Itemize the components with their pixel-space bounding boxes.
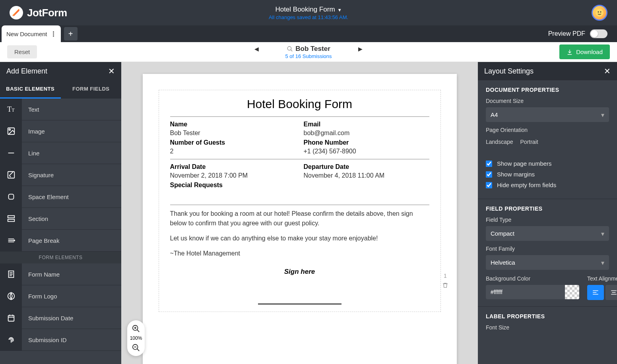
font-family-label: Font Family [486,246,609,252]
submissions-count: 5 of 16 Submissions [285,53,332,59]
bg-color-input[interactable] [486,285,565,299]
svg-point-0 [596,9,603,17]
bg-color-swatch[interactable] [565,285,579,299]
left-panel-header: Add Element ✕ [0,62,121,80]
field-properties-heading: FIELD PROPERTIES [486,205,609,212]
element-list: TT Text Image Line Signature Space [0,99,121,364]
field-value-departure: November 4, 2018 11:00 AM [304,172,429,179]
align-left-button[interactable] [587,285,604,300]
bg-color-label: Background Color [486,275,579,282]
zoom-out-button[interactable] [132,343,140,352]
field-value-email: bob@gmail.com [304,130,429,137]
element-label: Submission ID [22,337,67,343]
avatar[interactable] [592,5,607,21]
logo: JotForm [10,6,67,19]
form-logo-icon [0,285,22,307]
element-section[interactable]: Section [0,208,121,230]
element-submission-date[interactable]: Submission Date [0,307,121,329]
field-type-label: Field Type [486,217,609,223]
body-paragraph: Let us know if we can do anything else t… [170,234,429,243]
element-form-name[interactable]: Form Name [0,263,121,285]
svg-point-2 [600,12,601,13]
element-label: Space Element [22,194,69,200]
element-line[interactable]: Line [0,142,121,164]
label-properties-heading: LABEL PROPERTIES [486,313,609,319]
element-label: Page Break [22,237,59,244]
add-tab-button[interactable]: + [64,27,78,41]
field-value-arrival: November 2, 2018 7:00 PM [170,172,296,179]
document-tab-label: New Document [6,31,47,37]
field-type-select[interactable]: Compact [486,226,609,241]
field-label-special: Special Requests [170,182,296,189]
svg-rect-20 [8,316,14,321]
trash-icon[interactable] [442,282,448,288]
font-size-label: Font Size [486,324,609,331]
element-space[interactable]: Space Element [0,186,121,208]
page-number: 1 [444,273,447,279]
orientation-portrait[interactable]: Portrait [520,139,538,145]
form-title-dropdown[interactable]: Hotel Booking Form ▼ [269,6,348,14]
left-panel-title: Add Element [6,67,47,76]
search-icon [287,46,293,52]
next-submission-button[interactable]: ▶ [358,46,363,52]
close-right-panel-button[interactable]: ✕ [604,66,611,76]
zoom-level: 100% [130,335,142,341]
submission-selector[interactable]: Bob Tester [287,45,330,53]
download-button[interactable]: Download [559,45,610,59]
document-tab[interactable]: New Document [2,25,61,42]
element-signature[interactable]: Signature [0,164,121,186]
document-size-label: Document Size [486,98,609,104]
document-title[interactable]: Hotel Booking Form [170,97,429,111]
zoom-control: 100% [127,320,145,356]
element-form-logo[interactable]: Form Logo [0,285,121,307]
hide-empty-checkbox[interactable] [486,182,492,188]
form-title-text: Hotel Booking Form [275,6,335,13]
field-value-name: Bob Tester [170,130,296,137]
field-value-guests: 2 [170,148,296,155]
field-value-phone: +1 (234) 567-8900 [304,148,429,155]
section-icon [0,208,22,230]
image-icon [0,120,22,142]
field-label-email: Email [304,121,429,128]
svg-rect-11 [8,219,14,222]
prev-submission-button[interactable]: ◀ [254,46,259,52]
text-alignment-label: Text Alignment [587,275,617,282]
close-left-panel-button[interactable]: ✕ [108,66,115,76]
canvas-area[interactable]: Hotel Booking Form Name Bob Tester Numbe… [121,62,478,364]
tab-form-fields[interactable]: FORM FIELDS [61,80,122,99]
toolbar: Reset ◀ Bob Tester ▶ 5 of 16 Submissions… [0,42,617,62]
document-page[interactable]: Hotel Booking Form Name Bob Tester Numbe… [143,74,457,364]
brand-name: JotForm [27,7,67,19]
show-page-numbers-label[interactable]: Show page numbers [497,160,552,167]
orientation-landscape[interactable]: Landscape [486,139,513,145]
signature-line[interactable] [258,304,341,304]
page-side-controls: 1 [442,273,448,288]
element-text[interactable]: TT Text [0,99,121,120]
element-label: Line [22,150,39,157]
form-name-icon [0,263,22,285]
preview-pdf-toggle[interactable] [590,29,607,38]
svg-point-3 [287,46,291,50]
space-icon [0,186,22,208]
element-label: Image [22,128,45,135]
field-label-guests: Number of Guests [170,139,296,146]
show-page-numbers-checkbox[interactable] [486,161,492,167]
fingerprint-icon [0,329,22,351]
hide-empty-label[interactable]: Hide empty form fields [497,182,556,188]
document-size-select[interactable]: A4 [486,107,609,122]
document-tab-menu[interactable] [51,31,56,37]
align-center-button[interactable] [605,285,617,300]
element-image[interactable]: Image [0,120,121,142]
svg-line-4 [291,50,292,51]
font-family-select[interactable]: Helvetica [486,255,609,270]
svg-rect-10 [8,216,14,218]
element-page-break[interactable]: Page Break [0,230,121,252]
show-margins-checkbox[interactable] [486,171,492,178]
tab-basic-elements[interactable]: BASIC ELEMENTS [0,80,61,99]
element-label: Form Logo [22,293,57,300]
reset-button[interactable]: Reset [7,45,37,58]
zoom-in-button[interactable] [132,324,140,333]
preview-pdf-label: Preview PDF [548,30,585,37]
show-margins-label[interactable]: Show margins [497,171,535,178]
element-submission-id[interactable]: Submission ID [0,329,121,351]
